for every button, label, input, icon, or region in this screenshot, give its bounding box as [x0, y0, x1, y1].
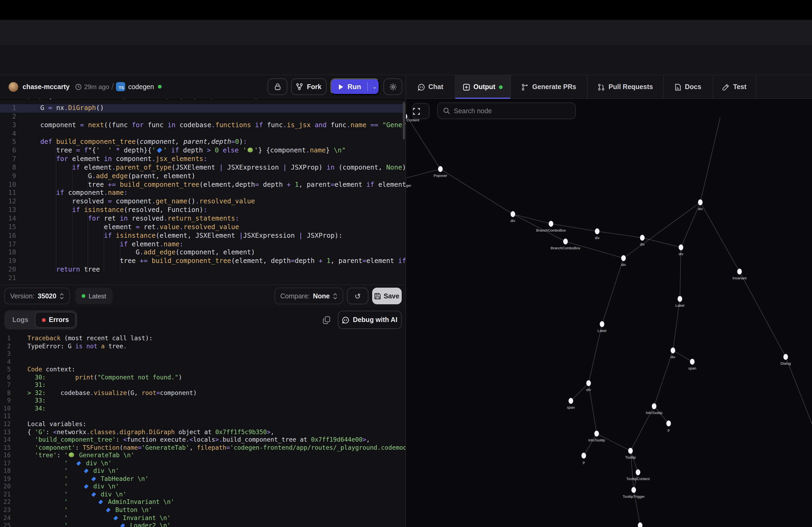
pane-divider[interactable] — [405, 75, 406, 527]
line-number: 17 — [0, 240, 28, 249]
code-line[interactable]: 19 tree += build_component_tree(element,… — [0, 257, 405, 266]
code-line[interactable]: 14 for ret in resolved.return_statements… — [0, 215, 405, 223]
graph-node-InfoTooltip[interactable] — [652, 403, 656, 409]
tab-test[interactable]: Test — [713, 75, 756, 99]
copy-icon[interactable] — [323, 316, 330, 324]
code-line[interactable]: 10 tree += build_component_tree(element,… — [0, 181, 405, 189]
padlock-icon — [274, 83, 280, 90]
code-line[interactable]: 9 G.add_edge(parent, element) — [0, 172, 405, 181]
brain-icon — [248, 148, 253, 152]
graph-node-div[interactable] — [670, 347, 675, 353]
line-number: 3 — [0, 350, 18, 358]
log-tabs: Logs Errors — [4, 310, 77, 330]
line-number: 9 — [0, 172, 28, 181]
component-graph[interactable]: ContentPopoverdivBranchComboBoxdivdivBra… — [406, 99, 812, 527]
codemod-name[interactable]: codegen — [128, 83, 154, 90]
graph-node-span[interactable] — [568, 398, 573, 404]
code-line[interactable]: 7 for element in component.jsx_elements: — [0, 155, 405, 164]
code-line[interactable]: 20 return tree — [0, 266, 405, 274]
pull-request-icon — [598, 84, 605, 90]
compare-select[interactable]: Compare: None — [274, 288, 343, 304]
editor-header: chase-mccarty 29m ago / TS codegen Fork … — [0, 75, 405, 99]
code-line[interactable]: 6 tree = f"{' ' * depth}{'' if depth > 0… — [0, 147, 405, 155]
graph-node-span[interactable] — [690, 359, 694, 365]
graph-node-Label[interactable] — [678, 296, 682, 302]
line-number: 14 — [0, 215, 28, 223]
log-line: 11 — [0, 412, 405, 420]
graph-edge — [700, 118, 720, 202]
save-button[interactable]: Save — [372, 288, 402, 304]
fullscreen-button[interactable] — [412, 103, 430, 119]
line-number: 22 — [0, 498, 18, 506]
debug-with-ai-button[interactable]: Debug with AI — [338, 311, 402, 329]
log-line: 14 'build_component_tree': <function exe… — [0, 436, 405, 443]
undo-button[interactable]: ↺ — [347, 288, 368, 304]
code-line[interactable]: 1G = nx.DiGraph() — [0, 104, 405, 113]
graph-node-Label[interactable] — [599, 321, 604, 327]
code-line[interactable]: 8 if element.parent_of_type(JSXElement |… — [0, 164, 405, 172]
graph-node-div[interactable] — [640, 235, 644, 241]
error-dot — [42, 318, 46, 322]
code-line[interactable]: 18 G.add_edge(component, element) — [0, 249, 405, 257]
line-number: 12 — [0, 198, 28, 206]
author-name[interactable]: chase-mccarty — [23, 83, 70, 90]
tab-docs[interactable]: Docs — [664, 75, 713, 99]
version-select[interactable]: Version: 35020 — [4, 288, 70, 304]
chat-icon — [342, 316, 349, 323]
expand-icon — [413, 108, 420, 115]
graph-node-div[interactable] — [621, 255, 626, 261]
graph-node-div[interactable] — [510, 211, 515, 217]
tab-generate-prs[interactable]: Generate PRs — [511, 75, 588, 99]
code-line[interactable]: 2 — [0, 113, 405, 121]
code-line[interactable]: 17 if element.name: — [0, 240, 405, 249]
editor-scrollbar[interactable] — [403, 102, 405, 139]
graph-node-Tooltip[interactable] — [628, 448, 633, 454]
graph-node-p[interactable] — [581, 453, 586, 458]
graph-node-label: div — [698, 207, 703, 211]
code-line[interactable]: 11 if component.name: — [0, 189, 405, 198]
tab-errors[interactable]: Errors — [35, 312, 76, 328]
code-line[interactable]: 3component = next((func for func in code… — [0, 121, 405, 130]
code-line[interactable]: 21 — [0, 274, 405, 283]
graph-edge — [654, 350, 673, 406]
tab-logs[interactable]: Logs — [6, 312, 35, 328]
graph-node-Dialog[interactable] — [783, 354, 788, 360]
lock-button[interactable] — [267, 78, 287, 95]
code-editor[interactable]: 1G = nx.DiGraph()23component = next((fun… — [0, 99, 405, 284]
code-line[interactable]: 15 element = ret.value.resolved_value — [0, 223, 405, 232]
graph-node-TooltipTrigger[interactable] — [631, 487, 636, 493]
run-button[interactable]: Run ⌄ — [330, 78, 380, 95]
line-number: 20 — [0, 483, 18, 491]
graph-node-div[interactable] — [698, 199, 702, 205]
log-line: 12Local variables: — [0, 420, 405, 428]
code-line[interactable]: 5def build_component_tree(component, par… — [0, 138, 405, 147]
tab-output[interactable]: Output — [455, 75, 511, 99]
line-number: 6 — [0, 147, 28, 155]
run-dropdown-chevron[interactable]: ⌄ — [373, 84, 377, 90]
code-line[interactable]: 12 resolved = component.get_name().resol… — [0, 198, 405, 206]
tab-pull-requests[interactable]: Pull Requests — [588, 75, 664, 99]
graph-node-Invariant[interactable] — [737, 269, 742, 274]
graph-node-label: div — [621, 263, 626, 267]
node-search-input[interactable] — [454, 107, 561, 115]
graph-node-div[interactable] — [595, 228, 599, 234]
graph-node-p[interactable] — [666, 420, 671, 426]
code-line[interactable]: 13 if isinstance(resolved, Function): — [0, 206, 405, 215]
graph-node-InfoTooltip[interactable] — [594, 431, 599, 437]
code-line[interactable]: 4 — [0, 130, 405, 138]
graph-node-clipped[interactable] — [638, 523, 642, 527]
graph-node-div[interactable] — [679, 244, 683, 250]
tab-chat[interactable]: Chat — [406, 75, 455, 99]
fork-button[interactable]: Fork — [291, 78, 327, 95]
line-number: 8 — [0, 389, 18, 397]
node-search[interactable] — [437, 103, 576, 119]
graph-node-div[interactable] — [586, 380, 591, 386]
graph-node-label: TooltipTrigger — [623, 495, 645, 499]
code-line[interactable]: 16 if isinstance(element, JSXElement |JS… — [0, 231, 405, 240]
graph-node-BranchComboBox[interactable] — [549, 221, 553, 227]
graph-node-BranchComboBox[interactable] — [563, 239, 568, 244]
graph-edge — [440, 169, 513, 214]
graph-node-TooltipContent[interactable] — [636, 469, 640, 475]
graph-node-Popover[interactable] — [438, 166, 443, 172]
settings-button[interactable] — [383, 78, 402, 95]
